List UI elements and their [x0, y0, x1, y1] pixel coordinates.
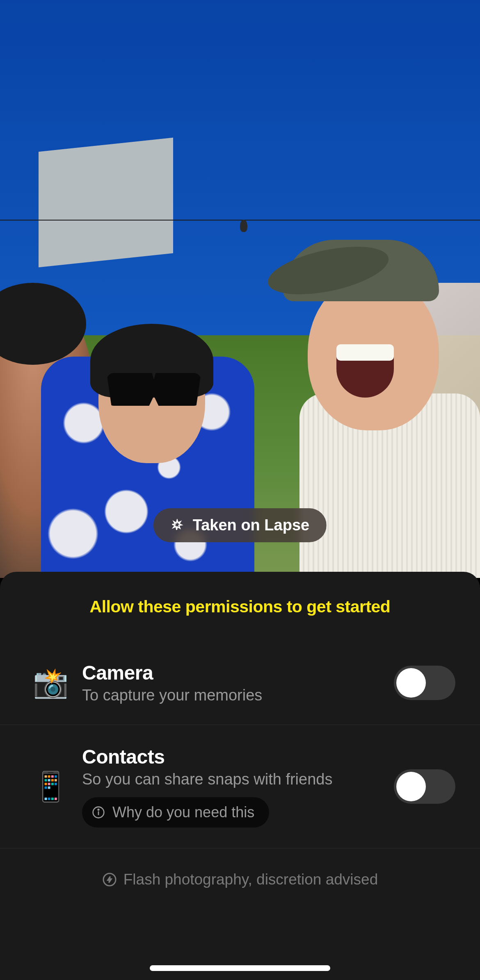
- panel-title: Allow these permissions to get started: [0, 597, 480, 641]
- info-icon: [92, 806, 105, 819]
- photo-source-badge: Taken on Lapse: [153, 508, 327, 542]
- sparkle-icon: [171, 519, 184, 532]
- why-chip-label: Why do you need this: [112, 804, 254, 821]
- permission-subtitle: So you can share snaps with friends: [82, 771, 377, 788]
- permissions-panel: Allow these permissions to get started 📸…: [0, 572, 480, 980]
- why-need-button[interactable]: Why do you need this: [82, 797, 269, 828]
- svg-point-2: [98, 809, 99, 810]
- home-indicator[interactable]: [150, 965, 330, 971]
- contacts-toggle[interactable]: [394, 769, 455, 804]
- flash-icon: [102, 872, 117, 887]
- permission-subtitle: To capture your memories: [82, 687, 377, 704]
- phone-icon: 📱: [33, 770, 66, 803]
- permission-row-contacts: 📱 Contacts So you can share snaps with f…: [0, 725, 480, 848]
- photo-badge-label: Taken on Lapse: [193, 516, 309, 534]
- footer-warning-text: Flash photography, discretion advised: [123, 871, 378, 888]
- camera-icon: 📸: [33, 666, 66, 700]
- permission-title: Contacts: [82, 746, 377, 768]
- footer-warning: Flash photography, discretion advised: [0, 848, 480, 911]
- hero-photo: Taken on Lapse: [0, 0, 480, 578]
- permission-title: Camera: [82, 662, 377, 684]
- permission-row-camera: 📸 Camera To capture your memories: [0, 641, 480, 725]
- camera-toggle[interactable]: [394, 666, 455, 700]
